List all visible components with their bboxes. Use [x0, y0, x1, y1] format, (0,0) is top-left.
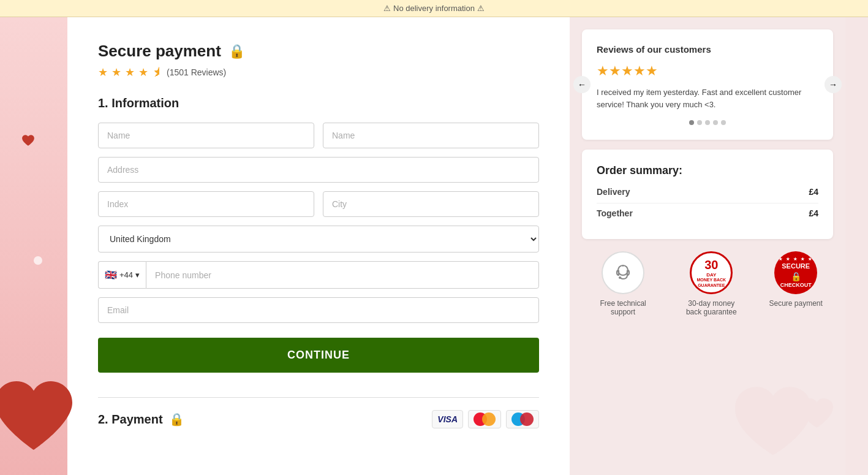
star-1: ★	[98, 66, 108, 79]
delivery-value: £4	[809, 187, 818, 197]
main-form-area: Secure payment 🔒 ★ ★ ★ ★ ⯨ (1501 Reviews…	[67, 17, 570, 475]
trust-badge-support: Free technical support	[592, 251, 654, 316]
together-value: £4	[809, 208, 818, 218]
checkout-text: CHECKOUT	[780, 282, 812, 289]
maestro-badge	[506, 410, 539, 428]
name-row	[98, 123, 539, 148]
trust-badge-moneyback: 30 DAY MONEY BACK GUARANTEE 30-day money…	[681, 251, 742, 316]
secure-icon-circle: ★ ★ ★ ★ ★ SECURE 🔒 CHECKOUT	[774, 251, 817, 294]
continue-button[interactable]: CONTINUE	[98, 338, 539, 373]
moneyback-icon-stamp: 30 DAY MONEY BACK GUARANTEE	[690, 251, 733, 294]
together-label: Together	[597, 208, 633, 218]
stamp-30: 30	[704, 257, 718, 272]
payment-title-text: 2. Payment	[98, 412, 163, 427]
stamp-day: DAY	[706, 272, 716, 278]
index-input[interactable]	[98, 191, 314, 217]
phone-row: 🇬🇧 +44 ▾	[98, 261, 539, 289]
form-divider	[98, 397, 539, 398]
secure-text: SECURE	[782, 262, 810, 270]
section-info-title: 1. Information	[98, 96, 539, 110]
payment-icons-row: VISA	[432, 410, 539, 428]
phone-number-input[interactable]	[146, 261, 539, 289]
phone-prefix-selector[interactable]: 🇬🇧 +44 ▾	[98, 261, 146, 289]
reviews-card: Reviews of our customers ★★★★★ I receive…	[582, 29, 833, 140]
order-divider	[597, 203, 818, 203]
index-city-row	[98, 191, 539, 217]
stamp-guarantee: GUARANTEE	[698, 283, 725, 288]
review-text: I received my item yesterday. Fast and e…	[597, 86, 818, 110]
left-decoration	[0, 17, 67, 475]
phone-country-code: +44	[119, 270, 133, 279]
star-3: ★	[125, 66, 135, 79]
dot-4	[713, 120, 718, 125]
review-stars: ★★★★★	[597, 63, 818, 79]
secure-lock-icon: 🔒	[791, 271, 801, 282]
mc-orange-circle	[482, 412, 496, 426]
dot-decoration	[34, 256, 42, 265]
order-summary-card: Order summary: Delivery £4 Together £4	[582, 150, 833, 239]
dot-3	[705, 120, 710, 125]
delivery-label: Delivery	[597, 187, 630, 197]
country-row: United Kingdom United States Canada Aust…	[98, 226, 539, 253]
maestro-red-circle	[520, 412, 534, 426]
banner-text: ⚠ No delivery information ⚠	[383, 4, 484, 13]
payment-lock-icon: 🔒	[169, 412, 184, 427]
right-panel: Reviews of our customers ★★★★★ I receive…	[570, 17, 845, 475]
address-row	[98, 157, 539, 183]
svg-point-1	[619, 276, 621, 279]
prefix-dropdown-icon: ▾	[135, 270, 140, 279]
stars-row: ★ ★ ★ ★ ⯨ (1501 Reviews)	[98, 66, 539, 79]
order-summary-title: Order summary:	[597, 164, 818, 177]
dot-5	[721, 120, 726, 125]
visa-badge: VISA	[432, 410, 463, 428]
order-row-together: Together £4	[597, 208, 818, 218]
first-name-input[interactable]	[98, 123, 314, 148]
payment-section: 2. Payment 🔒 VISA	[98, 410, 539, 428]
right-panel-hearts-decoration	[729, 373, 839, 475]
order-row-delivery: Delivery £4	[597, 187, 818, 197]
svg-point-0	[618, 265, 628, 275]
payment-title: 2. Payment 🔒	[98, 412, 184, 427]
heart-decoration-small	[21, 134, 35, 147]
page-title-text: Secure payment	[98, 42, 221, 61]
reviews-count: (1501 Reviews)	[167, 67, 226, 77]
star-4: ★	[138, 66, 148, 79]
star-2: ★	[111, 66, 121, 79]
delivery-warning-banner: ⚠ No delivery information ⚠	[0, 0, 868, 17]
title-lock-icon: 🔒	[228, 44, 245, 59]
moneyback-badge-label: 30-day money back guarantee	[681, 299, 742, 316]
address-input[interactable]	[98, 157, 539, 183]
secure-stars: ★ ★ ★ ★ ★	[779, 256, 813, 262]
trust-badge-secure: ★ ★ ★ ★ ★ SECURE 🔒 CHECKOUT Secure payme…	[769, 251, 823, 308]
svg-point-2	[622, 265, 624, 267]
support-icon-circle	[602, 251, 644, 294]
carousel-next-button[interactable]: →	[825, 76, 842, 93]
star-half: ⯨	[152, 66, 163, 79]
country-select[interactable]: United Kingdom United States Canada Aust…	[98, 226, 539, 253]
trust-badges-row: Free technical support 30 DAY MONEY BACK…	[582, 251, 833, 316]
last-name-input[interactable]	[323, 123, 539, 148]
dot-1	[689, 120, 694, 125]
mastercard-badge	[468, 410, 501, 428]
carousel-prev-button[interactable]: ←	[573, 76, 591, 93]
uk-flag-icon: 🇬🇧	[105, 269, 117, 281]
city-input[interactable]	[323, 191, 539, 217]
page-title-row: Secure payment 🔒	[98, 42, 539, 61]
reviews-title: Reviews of our customers	[597, 44, 818, 55]
carousel-dots	[597, 120, 818, 125]
stamp-moneyback: MONEY BACK	[696, 278, 726, 283]
secure-badge-label: Secure payment	[769, 299, 823, 308]
heart-decoration-large	[0, 376, 77, 455]
support-badge-label: Free technical support	[592, 299, 654, 316]
email-input[interactable]	[98, 297, 539, 323]
headset-icon	[612, 262, 634, 284]
email-row	[98, 297, 539, 323]
dot-2	[697, 120, 702, 125]
